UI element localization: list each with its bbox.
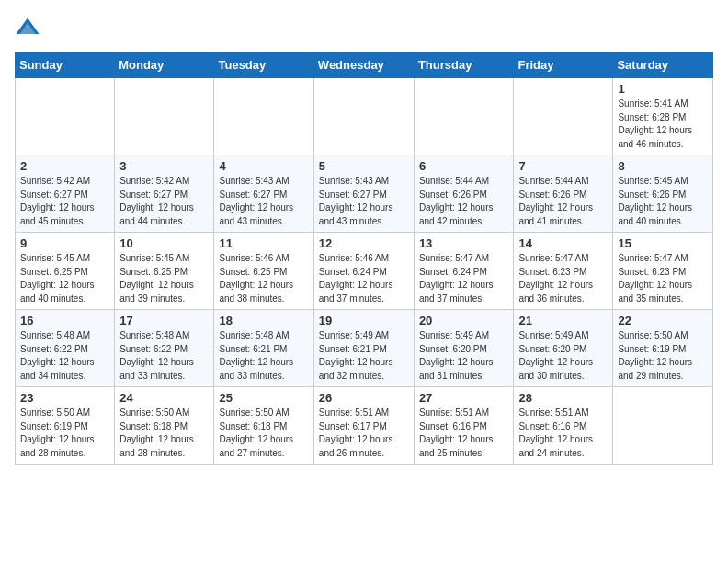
day-number: 27 <box>419 391 509 405</box>
day-number: 12 <box>319 236 409 250</box>
calendar-cell: 1Sunrise: 5:41 AM Sunset: 6:28 PM Daylig… <box>613 78 713 155</box>
calendar-week-row: 9Sunrise: 5:45 AM Sunset: 6:25 PM Daylig… <box>16 233 713 310</box>
day-info: Sunrise: 5:50 AM Sunset: 6:19 PM Dayligh… <box>618 329 708 383</box>
day-of-week-header: Tuesday <box>214 52 313 78</box>
day-info: Sunrise: 5:50 AM Sunset: 6:18 PM Dayligh… <box>219 407 308 460</box>
calendar-cell: 28Sunrise: 5:51 AM Sunset: 6:16 PM Dayli… <box>514 387 613 465</box>
calendar-cell: 11Sunrise: 5:46 AM Sunset: 6:25 PM Dayli… <box>214 233 313 310</box>
calendar-week-row: 1Sunrise: 5:41 AM Sunset: 6:28 PM Daylig… <box>16 78 713 155</box>
day-info: Sunrise: 5:51 AM Sunset: 6:16 PM Dayligh… <box>518 407 608 460</box>
calendar-cell: 23Sunrise: 5:50 AM Sunset: 6:19 PM Dayli… <box>16 387 115 465</box>
logo <box>15 15 44 40</box>
day-number: 23 <box>20 391 109 405</box>
calendar-week-row: 2Sunrise: 5:42 AM Sunset: 6:27 PM Daylig… <box>16 155 713 233</box>
day-info: Sunrise: 5:47 AM Sunset: 6:23 PM Dayligh… <box>618 252 708 305</box>
calendar-cell: 5Sunrise: 5:43 AM Sunset: 6:27 PM Daylig… <box>313 155 414 233</box>
day-info: Sunrise: 5:50 AM Sunset: 6:19 PM Dayligh… <box>20 407 109 460</box>
calendar-cell: 21Sunrise: 5:49 AM Sunset: 6:20 PM Dayli… <box>514 310 613 387</box>
day-info: Sunrise: 5:46 AM Sunset: 6:25 PM Dayligh… <box>219 252 308 305</box>
calendar-week-row: 23Sunrise: 5:50 AM Sunset: 6:19 PM Dayli… <box>16 387 713 465</box>
calendar-cell: 16Sunrise: 5:48 AM Sunset: 6:22 PM Dayli… <box>16 310 115 387</box>
day-number: 3 <box>119 159 209 173</box>
day-info: Sunrise: 5:49 AM Sunset: 6:21 PM Dayligh… <box>319 329 409 383</box>
calendar-cell: 2Sunrise: 5:42 AM Sunset: 6:27 PM Daylig… <box>16 155 115 233</box>
day-info: Sunrise: 5:44 AM Sunset: 6:26 PM Dayligh… <box>518 175 608 228</box>
calendar-cell <box>16 78 115 155</box>
calendar-cell: 26Sunrise: 5:51 AM Sunset: 6:17 PM Dayli… <box>313 387 414 465</box>
day-info: Sunrise: 5:48 AM Sunset: 6:21 PM Dayligh… <box>219 329 308 383</box>
day-number: 13 <box>419 236 509 250</box>
day-of-week-header: Sunday <box>16 52 115 78</box>
calendar-cell: 8Sunrise: 5:45 AM Sunset: 6:26 PM Daylig… <box>613 155 713 233</box>
page-header <box>15 15 713 40</box>
day-of-week-header: Wednesday <box>313 52 414 78</box>
day-info: Sunrise: 5:51 AM Sunset: 6:17 PM Dayligh… <box>319 407 409 460</box>
day-number: 17 <box>119 314 209 327</box>
calendar-cell: 27Sunrise: 5:51 AM Sunset: 6:16 PM Dayli… <box>414 387 514 465</box>
day-of-week-header: Monday <box>115 52 214 78</box>
day-info: Sunrise: 5:45 AM Sunset: 6:25 PM Dayligh… <box>20 252 109 305</box>
day-number: 2 <box>20 159 109 173</box>
calendar-cell <box>313 78 414 155</box>
calendar-cell: 14Sunrise: 5:47 AM Sunset: 6:23 PM Dayli… <box>514 233 613 310</box>
day-number: 14 <box>518 236 608 250</box>
calendar-cell: 12Sunrise: 5:46 AM Sunset: 6:24 PM Dayli… <box>313 233 414 310</box>
calendar-cell <box>414 78 514 155</box>
day-of-week-header: Saturday <box>613 52 713 78</box>
day-number: 9 <box>20 236 109 250</box>
day-info: Sunrise: 5:42 AM Sunset: 6:27 PM Dayligh… <box>20 175 109 228</box>
calendar-cell: 9Sunrise: 5:45 AM Sunset: 6:25 PM Daylig… <box>16 233 115 310</box>
calendar-cell: 22Sunrise: 5:50 AM Sunset: 6:19 PM Dayli… <box>613 310 713 387</box>
day-info: Sunrise: 5:43 AM Sunset: 6:27 PM Dayligh… <box>319 175 409 228</box>
calendar-cell: 19Sunrise: 5:49 AM Sunset: 6:21 PM Dayli… <box>313 310 414 387</box>
day-of-week-header: Thursday <box>414 52 514 78</box>
day-number: 1 <box>618 82 708 96</box>
day-number: 4 <box>219 159 308 173</box>
day-number: 16 <box>20 314 109 327</box>
calendar-cell: 20Sunrise: 5:49 AM Sunset: 6:20 PM Dayli… <box>414 310 514 387</box>
day-info: Sunrise: 5:50 AM Sunset: 6:18 PM Dayligh… <box>119 407 209 460</box>
calendar-cell: 10Sunrise: 5:45 AM Sunset: 6:25 PM Dayli… <box>115 233 214 310</box>
day-info: Sunrise: 5:46 AM Sunset: 6:24 PM Dayligh… <box>319 252 409 305</box>
day-number: 24 <box>119 391 209 405</box>
calendar-cell <box>214 78 313 155</box>
day-info: Sunrise: 5:45 AM Sunset: 6:26 PM Dayligh… <box>618 175 708 228</box>
day-number: 7 <box>518 159 608 173</box>
day-number: 5 <box>319 159 409 173</box>
day-number: 25 <box>219 391 308 405</box>
calendar-cell: 17Sunrise: 5:48 AM Sunset: 6:22 PM Dayli… <box>115 310 214 387</box>
day-number: 19 <box>319 314 409 327</box>
calendar-cell: 25Sunrise: 5:50 AM Sunset: 6:18 PM Dayli… <box>214 387 313 465</box>
day-number: 22 <box>618 314 708 327</box>
calendar-week-row: 16Sunrise: 5:48 AM Sunset: 6:22 PM Dayli… <box>16 310 713 387</box>
calendar-cell: 24Sunrise: 5:50 AM Sunset: 6:18 PM Dayli… <box>115 387 214 465</box>
logo-icon <box>15 15 40 40</box>
day-info: Sunrise: 5:48 AM Sunset: 6:22 PM Dayligh… <box>119 329 209 383</box>
day-number: 6 <box>419 159 509 173</box>
calendar-cell: 15Sunrise: 5:47 AM Sunset: 6:23 PM Dayli… <box>613 233 713 310</box>
day-number: 26 <box>319 391 409 405</box>
calendar-cell: 4Sunrise: 5:43 AM Sunset: 6:27 PM Daylig… <box>214 155 313 233</box>
calendar-header-row: SundayMondayTuesdayWednesdayThursdayFrid… <box>16 52 713 78</box>
day-info: Sunrise: 5:49 AM Sunset: 6:20 PM Dayligh… <box>518 329 608 383</box>
day-info: Sunrise: 5:43 AM Sunset: 6:27 PM Dayligh… <box>219 175 308 228</box>
calendar-cell <box>115 78 214 155</box>
calendar-cell <box>514 78 613 155</box>
calendar-table: SundayMondayTuesdayWednesdayThursdayFrid… <box>15 52 713 465</box>
day-info: Sunrise: 5:47 AM Sunset: 6:24 PM Dayligh… <box>419 252 509 305</box>
day-info: Sunrise: 5:45 AM Sunset: 6:25 PM Dayligh… <box>119 252 209 305</box>
day-number: 21 <box>518 314 608 327</box>
calendar-cell: 6Sunrise: 5:44 AM Sunset: 6:26 PM Daylig… <box>414 155 514 233</box>
day-info: Sunrise: 5:41 AM Sunset: 6:28 PM Dayligh… <box>618 98 708 151</box>
day-number: 8 <box>618 159 708 173</box>
day-number: 11 <box>219 236 308 250</box>
day-number: 28 <box>518 391 608 405</box>
day-info: Sunrise: 5:42 AM Sunset: 6:27 PM Dayligh… <box>119 175 209 228</box>
calendar-cell <box>613 387 713 465</box>
calendar-cell: 13Sunrise: 5:47 AM Sunset: 6:24 PM Dayli… <box>414 233 514 310</box>
day-of-week-header: Friday <box>514 52 613 78</box>
day-info: Sunrise: 5:47 AM Sunset: 6:23 PM Dayligh… <box>518 252 608 305</box>
day-info: Sunrise: 5:48 AM Sunset: 6:22 PM Dayligh… <box>20 329 109 383</box>
day-info: Sunrise: 5:51 AM Sunset: 6:16 PM Dayligh… <box>419 407 509 460</box>
day-info: Sunrise: 5:49 AM Sunset: 6:20 PM Dayligh… <box>419 329 509 383</box>
